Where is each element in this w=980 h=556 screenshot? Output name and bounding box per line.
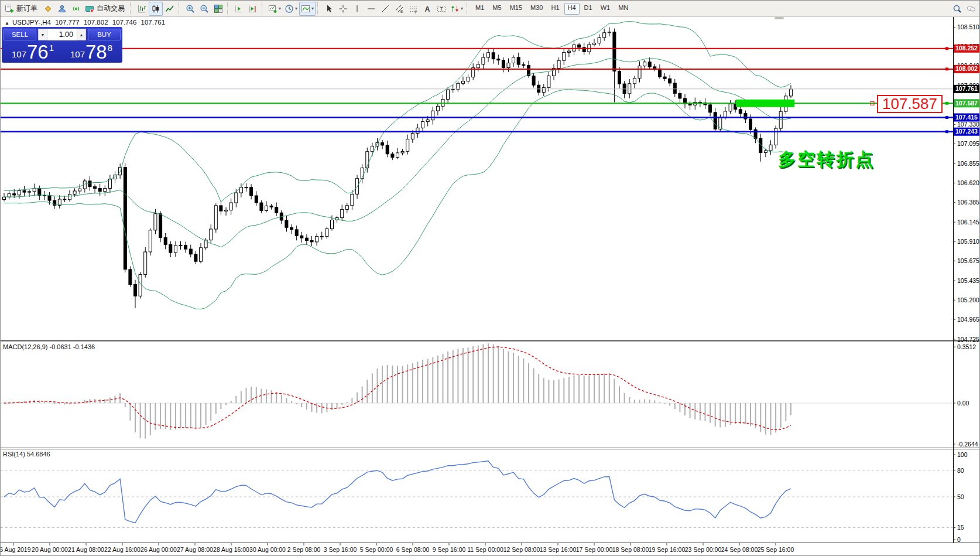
vline-icon [352, 4, 362, 13]
vertical-line-button[interactable] [350, 2, 364, 16]
svg-text:27 Aug 08:00: 27 Aug 08:00 [177, 546, 213, 553]
svg-text:24 Sep 08:00: 24 Sep 08:00 [721, 546, 758, 553]
chart-scrollbar-thumb[interactable] [775, 17, 784, 19]
zoom-in-icon [186, 4, 195, 13]
timeframe-m1[interactable]: M1 [472, 3, 488, 15]
sell-price-point: 1 [49, 43, 54, 53]
timeframe-m15[interactable]: M15 [506, 3, 526, 15]
timeframe-m30[interactable]: M30 [527, 3, 546, 15]
sell-button[interactable]: SELL [4, 29, 36, 40]
new-order-icon [5, 4, 14, 13]
green-highlight-zone[interactable] [736, 100, 794, 107]
chat-button[interactable] [964, 2, 978, 16]
svg-text:0.3512: 0.3512 [957, 343, 976, 350]
line-chart-button[interactable] [163, 2, 177, 16]
sell-price-figure: 107 [12, 49, 26, 59]
chart-shift-button[interactable] [246, 2, 260, 16]
volume-input[interactable] [47, 29, 77, 40]
market-watch-button[interactable] [41, 2, 55, 16]
search-button[interactable] [950, 2, 964, 16]
dropdown-arrow-icon: ▾ [279, 6, 281, 11]
svg-text:0.00: 0.00 [957, 400, 969, 407]
new-order-button[interactable]: 新订单 [3, 2, 41, 16]
high-value: 107.802 [84, 19, 108, 26]
zoom-out-button[interactable] [197, 2, 211, 16]
timeframe-d1[interactable]: D1 [581, 3, 596, 15]
new-chart-button[interactable]: ▾ [266, 2, 283, 16]
chart-ohlc-header: ▲USDJPY-,H4 107.777 107.802 107.746 107.… [5, 19, 167, 26]
svg-text:28 Aug 16:00: 28 Aug 16:00 [213, 546, 249, 553]
arrows-button[interactable]: ▾ [448, 2, 465, 16]
label-icon: T [437, 4, 446, 13]
text-button[interactable]: A [420, 2, 434, 16]
svg-text:108.252: 108.252 [955, 45, 978, 52]
svg-text:26 Aug 00:00: 26 Aug 00:00 [141, 546, 177, 553]
sell-price[interactable]: 107 76 1 [4, 42, 62, 62]
sell-price-pips: 76 [27, 43, 49, 61]
volume-increase-button[interactable]: ▲ [77, 29, 86, 40]
chart-canvas[interactable]: 108.510108.275108.040107.800107.565107.3… [1, 1, 980, 556]
candles-icon [151, 4, 160, 13]
toolbar-separator [130, 2, 133, 15]
svg-text:105.910: 105.910 [957, 238, 979, 245]
line-anchor-marker[interactable] [945, 102, 948, 105]
data-window-button[interactable] [55, 2, 69, 16]
line-anchor-marker[interactable] [945, 47, 948, 50]
volume-decrease-button[interactable]: ▼ [38, 29, 47, 40]
svg-text:107.761: 107.761 [955, 85, 978, 92]
chinese-note-label[interactable]: 多空转折点 [778, 148, 875, 172]
svg-text:80: 80 [957, 467, 964, 474]
svg-text:106.385: 106.385 [957, 199, 979, 206]
price-text-label[interactable]: 107.587 [877, 95, 943, 113]
svg-text:106.145: 106.145 [957, 219, 979, 226]
chat-icon [967, 4, 976, 13]
signals-button[interactable] [69, 2, 83, 16]
svg-text:25 Sep 16:00: 25 Sep 16:00 [758, 546, 794, 553]
new-order-button-label: 新订单 [16, 4, 37, 13]
trendline-button[interactable] [378, 2, 392, 16]
bar-chart-button[interactable] [135, 2, 149, 16]
zoom-in-button[interactable] [183, 2, 197, 16]
fibonacci-button[interactable]: F [406, 2, 420, 16]
svg-text:107.330: 107.330 [957, 121, 979, 128]
buy-price[interactable]: 107 78 8 [62, 42, 121, 62]
cursor-button[interactable] [322, 2, 336, 16]
crosshair-button[interactable] [336, 2, 350, 16]
line-anchor-marker[interactable] [945, 67, 948, 70]
timeframe-h1[interactable]: H1 [547, 3, 563, 15]
tiles-icon [214, 4, 223, 13]
auto-trading-button[interactable]: 自动交易 [83, 2, 128, 16]
text-label-button[interactable]: T [434, 2, 448, 16]
hline-icon [366, 4, 376, 13]
timeframe-mn[interactable]: MN [615, 3, 632, 15]
zoom-out-icon [200, 4, 209, 13]
equidistant-channel-button[interactable]: E [392, 2, 406, 16]
svg-text:T: T [440, 6, 444, 12]
toolbar: 新订单自动交易▾▾▾EFAT▾M1M5M15M30H1H4D1W1MN [1, 1, 980, 17]
toolbar-separator [467, 2, 470, 15]
svg-text:107.415: 107.415 [955, 114, 978, 121]
svg-text:9 Sep 16:00: 9 Sep 16:00 [433, 546, 466, 553]
candlestick-chart-button[interactable] [149, 2, 163, 16]
autoscroll-icon [234, 4, 244, 13]
periods-button[interactable]: ▾ [283, 2, 299, 16]
timeframe-m5[interactable]: M5 [489, 3, 505, 15]
indicators-button[interactable]: ▾ [299, 2, 316, 16]
tile-windows-button[interactable] [211, 2, 225, 16]
svg-text:106.855: 106.855 [957, 160, 979, 167]
line-anchor-marker[interactable] [945, 116, 948, 119]
horizontal-line-button[interactable] [364, 2, 378, 16]
signals-icon [71, 4, 81, 13]
buy-button[interactable]: BUY [88, 29, 121, 40]
auto-scroll-button[interactable] [232, 2, 246, 16]
toolbar-separator [179, 2, 181, 15]
svg-text:3 Sep 16:00: 3 Sep 16:00 [324, 546, 357, 553]
line-anchor-marker[interactable] [945, 130, 948, 133]
svg-text:16 Aug 2019: 16 Aug 2019 [1, 546, 31, 553]
collapse-panel-icon[interactable]: ▲ [5, 21, 9, 26]
svg-text:15: 15 [957, 524, 964, 531]
dropdown-arrow-icon: ▾ [461, 6, 463, 11]
text-icon: A [423, 4, 432, 13]
timeframe-w1[interactable]: W1 [597, 3, 614, 15]
timeframe-h4[interactable]: H4 [564, 3, 580, 15]
